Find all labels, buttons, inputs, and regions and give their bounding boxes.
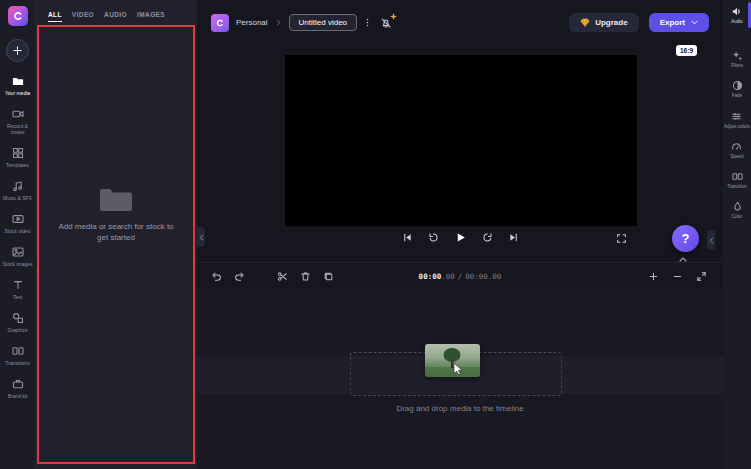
chevron-down-icon [691, 19, 698, 26]
add-media-button[interactable] [6, 39, 29, 62]
jump-back-button[interactable] [428, 232, 439, 243]
rail-label: Color [732, 214, 743, 219]
briefcase-icon [12, 378, 24, 390]
sidebar-label: Record & create [2, 123, 34, 135]
duplicate-icon[interactable] [323, 271, 334, 282]
total-time: 00:00 [465, 272, 488, 281]
sidebar-item-graphics[interactable]: Graphics [0, 312, 35, 333]
rail-label: Speed [730, 154, 743, 159]
sidebar-label: Stock images [2, 261, 32, 267]
mouse-cursor-icon [453, 362, 464, 375]
help-button[interactable]: ? [672, 225, 699, 252]
empty-folder-icon [98, 186, 134, 213]
clipchamp-logo[interactable] [8, 6, 28, 26]
stock-video-icon [12, 213, 24, 225]
fade-icon [732, 80, 743, 91]
stock-image-icon [12, 246, 24, 258]
tab-all[interactable]: ALL [48, 11, 62, 22]
rail-item-speed[interactable]: Speed [730, 141, 743, 159]
sidebar-item-templates[interactable]: Templates [0, 147, 35, 168]
rail-item-adjust-colors[interactable]: Adjust colors [724, 111, 750, 129]
music-note-icon [12, 180, 24, 192]
total-time-ms: .00 [488, 272, 502, 281]
sidebar-item-brand-kit[interactable]: Brand kit [0, 378, 35, 399]
timeline-area: Drag and drop media to the timeline [197, 290, 723, 469]
collapse-media-panel-button[interactable] [197, 227, 205, 247]
sidebar-item-your-media[interactable]: Your media [0, 75, 35, 96]
adjust-colors-icon [731, 111, 742, 122]
tab-audio[interactable]: AUDIO [104, 11, 127, 22]
rail-label: Adjust colors [724, 124, 750, 129]
jump-forward-button[interactable] [482, 232, 493, 243]
rail-item-audio[interactable]: Audio [731, 6, 743, 24]
sidebar-item-record-create[interactable]: Record & create [0, 108, 35, 135]
zoom-fit-icon[interactable] [696, 271, 707, 282]
timecode: 00:00.00/00:00.00 [419, 263, 502, 290]
aspect-ratio-badge[interactable]: 16:9 [676, 45, 697, 56]
sidebar-label: Templates [6, 162, 29, 168]
chevron-right-icon [275, 19, 282, 26]
kebab-menu-icon[interactable] [364, 17, 371, 28]
speaker-icon [731, 6, 742, 17]
sidebar-item-music-sfx[interactable]: Music & SFX [0, 180, 35, 201]
upgrade-button[interactable]: Upgrade [569, 13, 638, 32]
rail-label: Transition [727, 184, 747, 189]
folder-icon [12, 75, 24, 87]
skip-end-button[interactable] [508, 232, 519, 243]
tab-images[interactable]: IMAGES [137, 11, 165, 22]
timeline-hint: Drag and drop media to the timeline [197, 404, 723, 413]
rail-label: Fade [732, 93, 742, 98]
media-empty-state: Add media or search for stock to get sta… [35, 186, 197, 244]
transitions-icon [12, 345, 24, 357]
timecode-separator: / [458, 272, 463, 281]
grid-icon [12, 147, 24, 159]
shapes-icon [12, 312, 24, 324]
video-preview [285, 55, 637, 226]
filters-icon [732, 50, 743, 61]
media-panel: ALL VIDEO AUDIO IMAGES Add media or sear… [35, 0, 197, 469]
sidebar-label: Transitions [5, 360, 29, 366]
sidebar-label: Text [13, 294, 22, 300]
main-area: Personal Untitled video Upgrade Export 1… [197, 0, 723, 469]
media-empty-message: Add media or search for stock to get sta… [57, 222, 175, 244]
undo-icon[interactable] [211, 271, 222, 282]
fullscreen-icon[interactable] [616, 233, 627, 244]
delete-icon[interactable] [300, 271, 311, 282]
media-tabs: ALL VIDEO AUDIO IMAGES [35, 0, 197, 27]
rail-item-color[interactable]: Color [732, 201, 743, 219]
rail-item-filters[interactable]: Filters [731, 50, 743, 68]
color-icon [732, 201, 743, 212]
zoom-tools [648, 263, 707, 290]
skip-start-button[interactable] [402, 232, 413, 243]
sidebar-item-stock-images[interactable]: Stock images [0, 246, 35, 267]
left-rail-nav: Your media Record & create Templates Mus… [0, 75, 35, 399]
workspace-logo-icon[interactable] [211, 14, 229, 32]
export-button[interactable]: Export [649, 13, 709, 32]
project-title-input[interactable]: Untitled video [289, 14, 357, 31]
rail-item-transition[interactable]: Transition [727, 171, 747, 189]
workspace-name[interactable]: Personal [236, 18, 268, 27]
split-icon[interactable] [277, 271, 288, 282]
sidebar-item-transitions[interactable]: Transitions [0, 345, 35, 366]
diamond-icon [580, 18, 590, 27]
zoom-in-icon[interactable] [648, 271, 659, 282]
play-button[interactable] [454, 231, 467, 244]
playback-controls [197, 231, 723, 244]
rail-item-fade[interactable]: Fade [732, 80, 743, 98]
upgrade-label: Upgrade [595, 18, 627, 27]
collapse-properties-button[interactable] [707, 230, 715, 250]
timeline-toolbar: 00:00.00/00:00.00 [197, 262, 723, 289]
sidebar-label: Graphics [7, 327, 27, 333]
transition-icon [732, 171, 743, 182]
rail-label: Filters [731, 63, 743, 68]
sparkle-icon [390, 13, 397, 20]
notifications-off-icon[interactable] [380, 17, 392, 29]
tab-video[interactable]: VIDEO [72, 11, 94, 22]
redo-icon[interactable] [234, 271, 245, 282]
topbar: Personal Untitled video Upgrade Export [197, 0, 723, 45]
left-rail: Your media Record & create Templates Mus… [0, 0, 35, 469]
sidebar-item-text[interactable]: Text [0, 279, 35, 300]
sidebar-item-stock-video[interactable]: Stock video [0, 213, 35, 234]
properties-rail: Audio Filters Fade Adjust colors Speed T… [723, 0, 751, 469]
zoom-out-icon[interactable] [672, 271, 683, 282]
